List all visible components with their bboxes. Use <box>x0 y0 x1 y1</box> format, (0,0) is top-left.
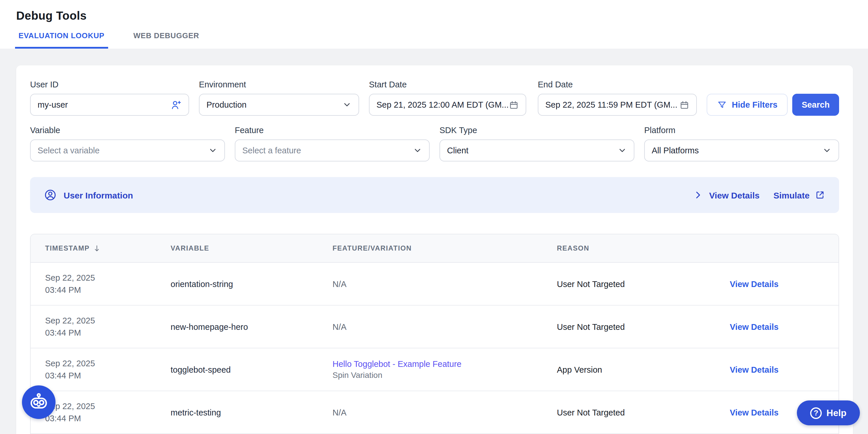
start-date-field: Start Date Sep 21, 2025 12:00 AM EDT (GM… <box>369 80 526 116</box>
variable-label: Variable <box>30 125 225 135</box>
feature-field: Feature Select a feature <box>235 125 430 162</box>
variable-cell: metric-testing <box>170 408 333 417</box>
start-date-input[interactable]: Sep 21, 2025 12:00 AM EDT (GM... <box>369 94 526 116</box>
feature-cell: N/A <box>333 408 557 417</box>
timestamp-cell: Sep 22, 2025 03:44 PM <box>31 315 170 339</box>
platform-field: Platform All Platforms <box>644 125 839 162</box>
top-bar: Debug Tools EVALUATION LOOKUP WEB DEBUGG… <box>0 0 868 49</box>
column-header-variable[interactable]: VARIABLE <box>170 244 333 252</box>
filter-funnel-icon <box>717 100 726 110</box>
togglebot-assistant-button[interactable] <box>22 385 56 419</box>
timestamp-cell: Sep 22, 2025 03:44 PM <box>31 272 170 296</box>
sdk-type-label: SDK Type <box>439 125 634 135</box>
sdk-type-field: SDK Type Client <box>439 125 634 162</box>
search-button-label: Search <box>802 100 830 109</box>
table-row: Sep 22, 2025 03:44 PM new-homepage-hero … <box>31 306 838 348</box>
user-information-title: User Information <box>64 190 133 200</box>
timestamp-cell: Sep 22, 2025 03:44 PM <box>31 357 170 382</box>
column-header-reason[interactable]: REASON <box>557 244 730 252</box>
filters-row-2: Variable Select a variable Feature Selec… <box>30 125 839 162</box>
environment-value: Production <box>207 100 342 109</box>
external-link-icon <box>815 190 825 200</box>
end-date-field: End Date Sep 22, 2025 11:59 PM EDT (GM..… <box>538 80 697 116</box>
feature-placeholder: Select a feature <box>242 146 413 155</box>
platform-label: Platform <box>644 125 839 135</box>
feature-cell: Hello Togglebot - Example Feature Spin V… <box>333 359 557 380</box>
variable-cell: new-homepage-hero <box>170 322 333 331</box>
add-user-icon[interactable] <box>170 99 182 110</box>
feature-cell: N/A <box>333 279 557 288</box>
row-view-details-link[interactable]: View Details <box>730 365 838 374</box>
user-information-banner: User Information View Details Simulate <box>30 177 839 213</box>
start-date-label: Start Date <box>369 80 526 89</box>
platform-select[interactable]: All Platforms <box>644 140 839 162</box>
table-header-row: TIMESTAMP VARIABLE FEATURE/VARIATION REA… <box>31 234 838 263</box>
hide-filters-label: Hide Filters <box>732 100 777 109</box>
chevron-down-icon <box>618 146 627 155</box>
reason-cell: User Not Targeted <box>557 279 730 288</box>
column-header-feature-variation[interactable]: FEATURE/VARIATION <box>333 244 557 252</box>
reason-cell: User Not Targeted <box>557 408 730 417</box>
user-id-input-wrap <box>30 94 189 116</box>
variation-label: Spin Variation <box>333 370 551 380</box>
filters-row-1: User ID Environment Production <box>30 80 839 116</box>
platform-value: All Platforms <box>652 146 822 155</box>
user-id-field: User ID <box>30 80 189 116</box>
calendar-icon[interactable] <box>680 100 689 110</box>
evaluations-table: TIMESTAMP VARIABLE FEATURE/VARIATION REA… <box>30 234 839 434</box>
simulate-link[interactable]: Simulate <box>773 190 825 200</box>
end-date-label: End Date <box>538 80 697 89</box>
chevron-down-icon <box>413 146 422 155</box>
tab-evaluation-lookup[interactable]: EVALUATION LOOKUP <box>15 31 108 49</box>
calendar-icon[interactable] <box>509 100 519 110</box>
variable-cell: orientation-string <box>170 279 333 288</box>
banner-view-details-link[interactable]: View Details <box>709 190 760 200</box>
togglebot-robot-icon <box>28 392 49 413</box>
hide-filters-button[interactable]: Hide Filters <box>707 94 787 116</box>
user-information-header: User Information <box>44 189 133 201</box>
tab-bar: EVALUATION LOOKUP WEB DEBUGGER <box>15 31 203 49</box>
start-date-value: Sep 21, 2025 12:00 AM EDT (GM... <box>376 100 509 109</box>
variable-select[interactable]: Select a variable <box>30 140 225 162</box>
user-id-label: User ID <box>30 80 189 89</box>
chevron-down-icon <box>342 100 351 109</box>
chevron-right-icon[interactable] <box>693 190 703 200</box>
environment-field: Environment Production <box>199 80 359 116</box>
end-date-value: Sep 22, 2025 11:59 PM EDT (GM... <box>545 100 680 109</box>
row-view-details-link[interactable]: View Details <box>730 279 838 288</box>
column-header-timestamp[interactable]: TIMESTAMP <box>31 244 170 253</box>
table-row: Sep 22, 2025 03:44 PM metric-testing N/A… <box>31 391 838 434</box>
variable-field: Variable Select a variable <box>30 125 225 162</box>
user-circle-icon <box>44 189 57 201</box>
variable-placeholder: Select a variable <box>38 146 208 155</box>
page-title: Debug Tools <box>16 9 87 23</box>
feature-select[interactable]: Select a feature <box>235 140 430 162</box>
variable-cell: togglebot-speed <box>170 365 333 374</box>
help-button[interactable]: ? Help <box>797 400 860 425</box>
search-button[interactable]: Search <box>792 94 839 116</box>
evaluation-lookup-panel: User ID Environment Production <box>16 65 853 434</box>
user-information-actions: View Details Simulate <box>693 190 825 200</box>
user-id-input[interactable] <box>38 100 170 109</box>
table-row: Sep 22, 2025 03:44 PM togglebot-speed He… <box>31 348 838 391</box>
row-view-details-link[interactable]: View Details <box>730 322 838 331</box>
reason-cell: User Not Targeted <box>557 322 730 331</box>
sort-desc-icon <box>93 244 101 253</box>
help-question-icon: ? <box>810 407 822 419</box>
reason-cell: App Version <box>557 365 730 374</box>
feature-link[interactable]: Hello Togglebot - Example Feature <box>333 359 551 369</box>
end-date-input[interactable]: Sep 22, 2025 11:59 PM EDT (GM... <box>538 94 697 116</box>
sdk-type-select[interactable]: Client <box>439 140 634 162</box>
chevron-down-icon <box>822 146 832 155</box>
help-label: Help <box>826 408 846 418</box>
feature-cell: N/A <box>333 322 557 331</box>
sdk-type-value: Client <box>447 146 618 155</box>
simulate-label: Simulate <box>773 190 810 200</box>
table-row: Sep 22, 2025 03:44 PM orientation-string… <box>31 263 838 306</box>
environment-label: Environment <box>199 80 359 89</box>
tab-web-debugger[interactable]: WEB DEBUGGER <box>130 31 203 49</box>
environment-select[interactable]: Production <box>199 94 359 116</box>
feature-label: Feature <box>235 125 430 135</box>
debug-tools-page: Debug Tools EVALUATION LOOKUP WEB DEBUGG… <box>0 0 868 434</box>
chevron-down-icon <box>208 146 217 155</box>
